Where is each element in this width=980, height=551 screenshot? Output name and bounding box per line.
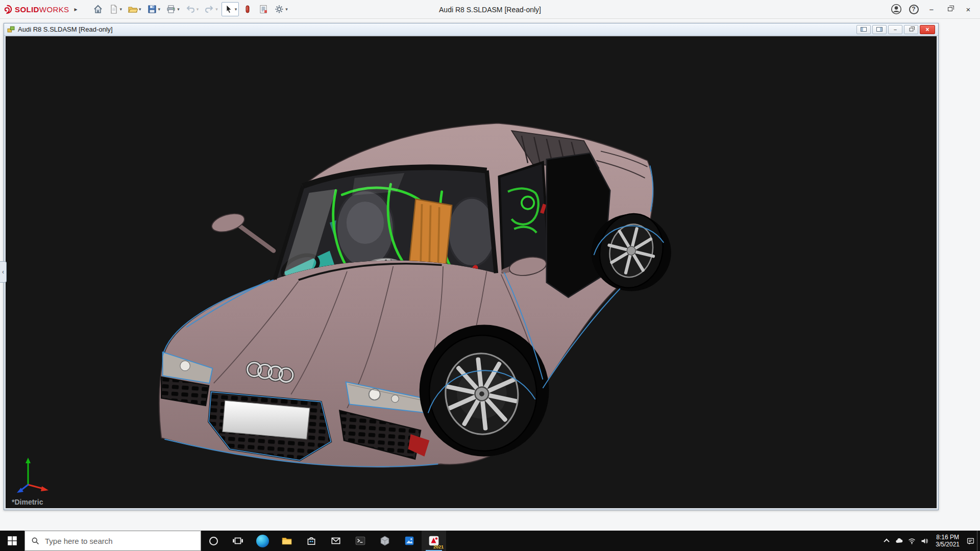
pane-left-button[interactable] [856, 25, 871, 34]
app-cube-button[interactable] [373, 531, 397, 551]
clock-date: 3/5/2021 [936, 541, 960, 548]
taskbar: Type here to search [0, 531, 980, 551]
pane-right-button[interactable] [872, 25, 887, 34]
open-button[interactable]: ▾ [126, 2, 143, 16]
close-icon: × [925, 26, 929, 33]
redo-button[interactable]: ▾ [202, 2, 220, 16]
system-tray: 8:16 PM 3/5/2021 [880, 531, 980, 551]
doc-minimize-button[interactable]: − [888, 25, 902, 34]
document-window: Audi R8 S.SLDASM [Read-only] − × [4, 23, 939, 510]
menu-expand-arrow[interactable]: ▸ [75, 6, 78, 13]
store-button[interactable] [299, 531, 324, 551]
3d-viewport[interactable]: *Dimetric [6, 36, 937, 508]
dropdown-caret-icon[interactable]: ▾ [235, 7, 237, 12]
feature-panel-collapse-tab[interactable]: ‹ [0, 261, 7, 283]
cloud-icon [895, 537, 903, 545]
pane-right-icon [876, 27, 883, 32]
onedrive-tray-button[interactable] [893, 531, 905, 551]
options-button[interactable]: ▾ [272, 2, 290, 16]
edge-button[interactable] [250, 531, 275, 551]
task-view-button[interactable] [226, 531, 250, 551]
taskbar-search[interactable]: Type here to search [24, 531, 201, 551]
select-cursor-icon [224, 4, 234, 14]
show-desktop-button[interactable] [977, 531, 980, 551]
console-button[interactable] [348, 531, 373, 551]
collapse-arrow-icon: ‹ [2, 268, 4, 276]
redo-icon [204, 4, 214, 14]
store-icon [306, 535, 317, 546]
print-button[interactable]: ▾ [164, 2, 182, 16]
restore-icon [909, 28, 913, 31]
dropdown-caret-icon[interactable]: ▾ [158, 7, 161, 12]
solidworks-taskbar-button[interactable]: 2021 [422, 531, 446, 551]
help-button[interactable]: ? [905, 1, 922, 17]
side-window [499, 162, 549, 271]
dropdown-caret-icon[interactable]: ▾ [215, 7, 218, 12]
minimize-icon: − [894, 27, 897, 33]
photos-button[interactable] [397, 531, 422, 551]
undo-button[interactable]: ▾ [183, 2, 201, 16]
orientation-triad [13, 454, 54, 495]
help-icon: ? [909, 5, 919, 14]
solidworks-version-badge: 2021 [433, 544, 444, 549]
document-titlebar[interactable]: Audi R8 S.SLDASM [Read-only] − × [4, 23, 938, 36]
cortana-button[interactable] [201, 531, 226, 551]
console-icon [355, 535, 366, 546]
solidworks-logo[interactable]: SOLIDWORKS [3, 5, 69, 14]
action-center-button[interactable] [964, 531, 977, 551]
folder-icon [281, 535, 292, 546]
car-model [6, 36, 937, 508]
doc-close-button[interactable]: × [920, 25, 935, 34]
front-wheel [420, 324, 549, 456]
dropdown-caret-icon[interactable]: ▾ [139, 7, 141, 12]
select-button[interactable]: ▾ [222, 2, 239, 16]
print-icon [166, 4, 176, 14]
clock-time: 8:16 PM [936, 534, 959, 541]
options-gear-icon [274, 4, 284, 14]
dropdown-caret-icon[interactable]: ▾ [120, 7, 122, 12]
undo-icon [185, 4, 195, 14]
dropdown-caret-icon[interactable]: ▾ [177, 7, 180, 12]
file-properties-icon [258, 4, 268, 14]
home-icon [93, 4, 103, 14]
app-minimize-button[interactable]: − [923, 0, 940, 19]
dropdown-caret-icon[interactable]: ▾ [285, 7, 288, 12]
start-button[interactable] [0, 531, 24, 551]
close-icon: × [966, 5, 971, 14]
search-placeholder: Type here to search [45, 537, 113, 545]
new-document-button[interactable]: ▾ [107, 2, 125, 16]
cube-icon [379, 535, 390, 546]
taskbar-clock[interactable]: 8:16 PM 3/5/2021 [931, 531, 964, 551]
open-folder-icon [128, 4, 138, 14]
photos-icon [404, 535, 415, 546]
minimize-icon: − [929, 5, 934, 14]
dassault-systemes-icon [3, 5, 13, 14]
home-button[interactable] [91, 2, 105, 16]
assembly-icon [7, 26, 15, 33]
edge-icon [256, 535, 269, 547]
account-button[interactable] [888, 1, 904, 17]
red-tool-button[interactable] [240, 2, 255, 16]
search-icon [31, 537, 40, 545]
titlebar-controls: ? − × [888, 0, 977, 19]
tray-expand-button[interactable] [880, 531, 893, 551]
volume-tray-button[interactable] [918, 531, 931, 551]
mail-button[interactable] [324, 531, 348, 551]
mail-icon [330, 535, 341, 546]
dropdown-caret-icon[interactable]: ▾ [197, 7, 199, 12]
app-close-button[interactable]: × [960, 0, 977, 19]
new-document-icon [109, 4, 119, 14]
file-explorer-button[interactable] [275, 531, 299, 551]
doc-restore-button[interactable] [904, 25, 918, 34]
main-toolbar: ▾ ▾ ▾ [91, 2, 290, 16]
pane-left-icon [861, 27, 867, 32]
save-button[interactable]: ▾ [145, 2, 163, 16]
restore-icon [948, 7, 952, 11]
cortana-icon [209, 537, 218, 545]
network-tray-button[interactable] [905, 531, 918, 551]
speaker-icon [920, 537, 929, 545]
task-view-icon [232, 535, 243, 546]
app-restore-button[interactable] [941, 0, 959, 19]
file-properties-button[interactable] [256, 2, 271, 16]
user-icon [891, 4, 902, 15]
